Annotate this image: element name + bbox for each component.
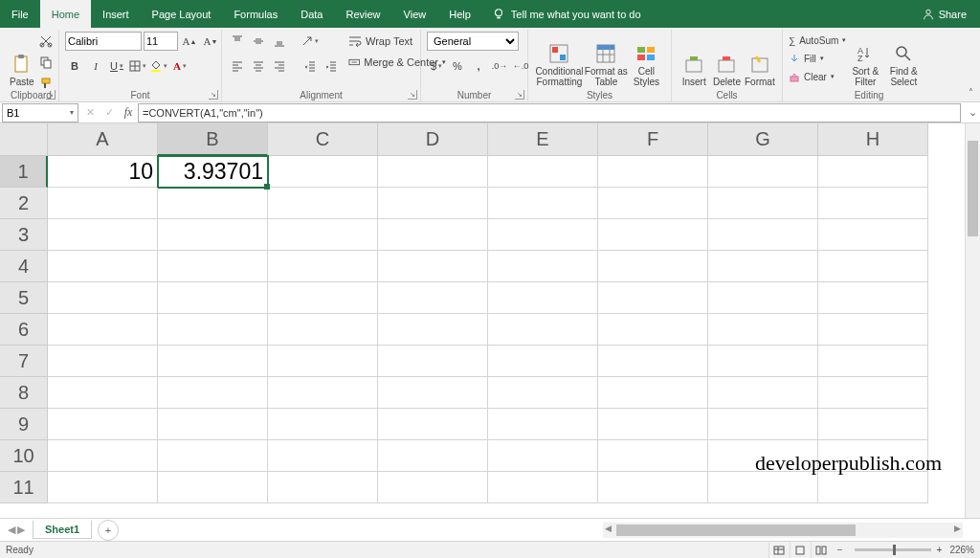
enter-formula-button[interactable]: ✓ [100,106,119,119]
find-select-button[interactable]: Find & Select [884,32,923,87]
cell[interactable]: 10 [48,156,158,188]
cell[interactable] [488,377,598,409]
cell[interactable] [158,282,268,314]
scroll-left-button[interactable]: ◀ [605,524,612,533]
align-center-button[interactable] [249,56,268,76]
cell[interactable] [268,188,378,219]
row-header[interactable]: 6 [0,314,48,346]
delete-cells-button[interactable]: Delete [710,32,743,87]
align-top-button[interactable] [228,32,247,51]
percent-button[interactable]: % [448,56,467,76]
cell[interactable] [158,188,268,219]
formula-bar-expand-button[interactable]: ⌄ [965,106,980,119]
row-header[interactable]: 5 [0,282,48,314]
cell[interactable] [268,472,378,503]
cell[interactable] [378,472,488,503]
cancel-formula-button[interactable]: ✕ [80,106,100,119]
row-header[interactable]: 8 [0,377,48,409]
cell[interactable] [378,219,488,251]
cell[interactable] [818,440,928,472]
cell[interactable] [598,156,708,188]
cell[interactable] [818,219,928,251]
cell[interactable] [708,409,818,440]
alignment-dialog-launcher[interactable]: ↘ [408,90,417,100]
tab-file[interactable]: File [0,0,40,28]
view-page-layout-button[interactable] [790,543,811,558]
cell[interactable] [158,409,268,440]
cell[interactable] [158,440,268,472]
cell[interactable] [708,156,818,188]
cell[interactable] [598,314,708,346]
column-header[interactable]: G [708,123,818,156]
cell[interactable] [488,156,598,188]
accounting-format-button[interactable]: $ [427,56,446,76]
underline-button[interactable]: U [107,56,126,76]
cell[interactable] [268,282,378,314]
ribbon-collapse-button[interactable]: ˄ [963,84,978,100]
row-header[interactable]: 10 [0,440,48,472]
cell[interactable] [158,377,268,409]
tell-me[interactable]: Tell me what you want to do [482,0,651,28]
decrease-font-button[interactable]: A▼ [201,32,220,51]
increase-decimal-button[interactable]: .0→ [490,56,509,76]
cell[interactable] [268,314,378,346]
cell[interactable] [488,188,598,219]
column-header[interactable]: E [488,123,598,156]
sheet-nav-next-button[interactable]: ▶ [17,524,25,536]
font-name-select[interactable] [65,32,142,51]
add-sheet-button[interactable]: + [98,520,119,541]
italic-button[interactable]: I [86,56,105,76]
cell[interactable] [488,251,598,282]
column-header[interactable]: C [268,123,378,156]
cell[interactable] [48,251,158,282]
sheet-nav-prev-button[interactable]: ◀ [8,524,15,536]
cell[interactable] [598,409,708,440]
cell[interactable] [818,314,928,346]
row-header[interactable]: 9 [0,409,48,440]
number-dialog-launcher[interactable]: ↘ [515,90,524,100]
align-right-button[interactable] [270,56,289,76]
clipboard-dialog-launcher[interactable]: ↘ [46,90,56,100]
cell[interactable] [708,314,818,346]
cell[interactable] [708,472,818,503]
comma-style-button[interactable]: , [469,56,488,76]
decrease-indent-button[interactable] [301,56,320,76]
cell[interactable] [268,251,378,282]
cell[interactable] [158,219,268,251]
cell[interactable] [488,282,598,314]
cell[interactable] [378,440,488,472]
scroll-right-button[interactable]: ▶ [954,524,961,533]
cell[interactable] [598,219,708,251]
tab-help[interactable]: Help [437,0,482,28]
view-normal-button[interactable] [768,543,790,558]
cell[interactable] [598,282,708,314]
cell[interactable] [488,219,598,251]
cell[interactable] [598,377,708,409]
cell[interactable] [378,251,488,282]
increase-font-button[interactable]: A▲ [180,32,199,51]
cell[interactable] [818,282,928,314]
sort-filter-button[interactable]: AZ Sort & Filter [846,32,884,87]
cell[interactable] [488,472,598,503]
cell[interactable] [48,472,158,503]
cell[interactable] [818,156,928,188]
cell[interactable] [708,188,818,219]
zoom-level[interactable]: 226% [949,545,974,555]
cell[interactable] [158,346,268,377]
row-header[interactable]: 2 [0,188,48,219]
orientation-button[interactable] [301,32,320,51]
tab-review[interactable]: Review [334,0,391,28]
align-left-button[interactable] [228,56,247,76]
borders-button[interactable] [128,56,147,76]
cell[interactable] [818,377,928,409]
cell[interactable] [598,440,708,472]
cell[interactable] [488,314,598,346]
cell[interactable] [48,440,158,472]
cell[interactable] [488,409,598,440]
fill-color-button[interactable] [149,56,168,76]
font-dialog-launcher[interactable]: ↘ [209,90,218,100]
conditional-formatting-button[interactable]: Conditional Formatting [534,32,585,87]
cell[interactable] [378,282,488,314]
fill-button[interactable]: Fill▾ [789,50,846,67]
cell[interactable] [708,219,818,251]
